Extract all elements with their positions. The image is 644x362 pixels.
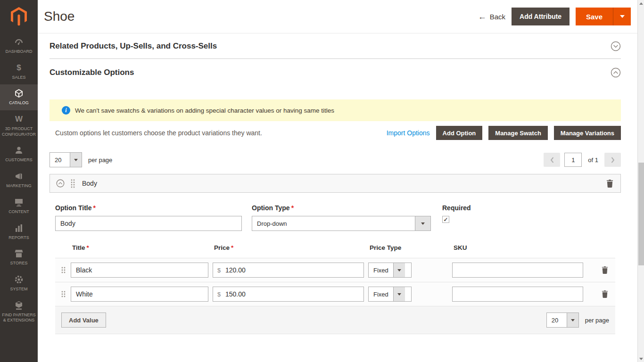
required-checkbox[interactable] <box>442 216 449 223</box>
delete-value-button[interactable] <box>601 289 609 299</box>
magento-admin-window: DASHBOARD $ SALES CATALOG W 3D PRODUCT C… <box>0 0 644 362</box>
sidebar-item-sales[interactable]: $ SALES <box>0 59 38 85</box>
sidebar-item-content[interactable]: CONTENT <box>0 193 38 219</box>
page-header: Shoe ← Back Add Attribute Save <box>38 0 637 33</box>
pagination-bar: 20 per page of 1 <box>50 152 621 167</box>
save-button[interactable]: Save <box>576 8 613 25</box>
sidebar-item-marketing[interactable]: MARKETING <box>0 167 38 193</box>
section-customizable-options[interactable]: Customizable Options <box>50 59 621 86</box>
option-type-select[interactable]: Drop-down <box>252 216 431 231</box>
value-sku-input[interactable] <box>452 287 583 302</box>
chevron-down-circle-icon[interactable] <box>611 41 621 51</box>
save-split-button: Save <box>576 8 631 25</box>
scrollbar-thumb[interactable] <box>638 163 644 265</box>
sidebar-item-3d-product-configurator[interactable]: W 3D PRODUCT CONFIGURATOR <box>0 110 38 141</box>
add-attribute-button[interactable]: Add Attribute <box>512 8 570 25</box>
value-sku-input[interactable] <box>452 263 583 278</box>
drag-handle-icon[interactable] <box>55 291 71 298</box>
sidebar-item-system[interactable]: SYSTEM <box>0 271 38 296</box>
next-page-button[interactable] <box>604 153 621 167</box>
drag-handle-icon[interactable] <box>71 179 75 188</box>
column-header-sku: SKU <box>452 244 594 251</box>
dashboard-icon <box>14 37 24 47</box>
value-title-input[interactable] <box>71 287 208 302</box>
sidebar-item-label: REPORTS <box>8 235 29 241</box>
required-field: Required <box>442 204 471 231</box>
option-title-input[interactable] <box>55 216 242 231</box>
back-arrow-icon: ← <box>478 12 487 21</box>
price-type-select[interactable]: Fixed <box>368 263 412 278</box>
value-row: $ Fixed <box>55 282 615 306</box>
custom-options-actions: Import Options Add Option Manage Swatch … <box>387 126 621 140</box>
vertical-scrollbar[interactable] <box>637 0 644 362</box>
magento-logo[interactable] <box>0 0 38 33</box>
currency-symbol: $ <box>217 267 221 274</box>
customers-icon <box>14 145 24 156</box>
option-type-label: Option Type* <box>252 204 431 212</box>
add-option-button[interactable]: Add Option <box>436 126 483 140</box>
value-price-input[interactable] <box>213 287 364 302</box>
column-header-price: Price* <box>213 244 368 251</box>
sidebar-item-label: FIND PARTNERS & EXTENSIONS <box>1 313 37 323</box>
values-table-header: Title* Price* Price Type SKU <box>55 241 615 258</box>
collapse-option-icon[interactable] <box>56 179 65 188</box>
values-per-page-select[interactable]: 20 <box>546 313 579 328</box>
option-values-table: Title* Price* Price Type SKU <box>55 241 615 334</box>
required-label: Required <box>442 204 471 212</box>
reports-icon <box>14 223 24 233</box>
value-title-input[interactable] <box>71 263 208 278</box>
manage-variations-button[interactable]: Manage Variations <box>554 126 621 140</box>
required-asterisk: * <box>291 204 294 212</box>
chevron-up-circle-icon[interactable] <box>611 67 621 78</box>
value-price-input[interactable] <box>213 263 364 278</box>
section-related-products[interactable]: Related Products, Up-Sells, and Cross-Se… <box>50 33 621 59</box>
pager-controls: of 1 <box>544 153 621 167</box>
delete-value-button[interactable] <box>601 265 609 275</box>
notice-banner: i We can't save swatchs & variations on … <box>50 99 621 121</box>
scroll-down-arrow-icon[interactable] <box>638 355 644 362</box>
option-block-body: Body Option Title* Option Type* <box>50 174 621 334</box>
value-row: $ Fixed <box>55 258 615 282</box>
sidebar-item-label: MARKETING <box>6 183 32 189</box>
required-asterisk: * <box>231 244 233 251</box>
custom-options-description: Custom options let customers choose the … <box>55 129 262 137</box>
section-title: Related Products, Up-Sells, and Cross-Se… <box>50 41 217 51</box>
price-type-value: Fixed <box>369 287 393 301</box>
price-type-value: Fixed <box>369 263 393 277</box>
delete-option-button[interactable] <box>605 179 614 189</box>
sidebar-item-label: DASHBOARD <box>5 49 32 55</box>
info-icon: i <box>62 106 70 115</box>
sidebar-item-customers[interactable]: CUSTOMERS <box>0 141 38 167</box>
current-page-input[interactable] <box>564 153 582 167</box>
values-table-footer: Add Value 20 per page <box>55 306 615 334</box>
scroll-up-arrow-icon[interactable] <box>638 0 644 7</box>
add-value-button[interactable]: Add Value <box>61 313 106 328</box>
chevron-down-icon <box>620 15 625 18</box>
sidebar-item-catalog[interactable]: CATALOG <box>0 84 38 110</box>
sidebar-item-label: CONTENT <box>8 209 29 215</box>
column-header-price-type: Price Type <box>368 244 452 251</box>
sidebar-item-stores[interactable]: STORES <box>0 245 38 271</box>
section-title: Customizable Options <box>50 68 134 77</box>
sidebar: DASHBOARD $ SALES CATALOG W 3D PRODUCT C… <box>0 0 38 362</box>
sidebar-item-label: 3D PRODUCT CONFIGURATOR <box>1 126 37 137</box>
chevron-down-icon <box>567 313 578 327</box>
drag-handle-icon[interactable] <box>55 267 71 274</box>
marketing-icon <box>14 171 24 181</box>
import-options-link[interactable]: Import Options <box>387 129 430 137</box>
column-header-title: Title* <box>71 244 213 251</box>
content-icon <box>14 197 24 207</box>
manage-swatch-button[interactable]: Manage Swatch <box>488 126 548 140</box>
option-name: Body <box>82 180 97 187</box>
save-dropdown-button[interactable] <box>613 8 631 25</box>
sidebar-item-label: SALES <box>12 75 25 81</box>
price-type-select[interactable]: Fixed <box>368 287 412 302</box>
back-button[interactable]: ← Back <box>478 12 505 21</box>
sidebar-item-reports[interactable]: REPORTS <box>0 219 38 245</box>
catalog-icon <box>14 88 24 99</box>
sidebar-item-dashboard[interactable]: DASHBOARD <box>0 33 38 59</box>
sidebar-item-find-partners[interactable]: FIND PARTNERS & EXTENSIONS <box>0 296 38 328</box>
option-header-row: Body <box>50 174 621 193</box>
per-page-select[interactable]: 20 <box>50 152 82 167</box>
previous-page-button[interactable] <box>544 153 560 167</box>
